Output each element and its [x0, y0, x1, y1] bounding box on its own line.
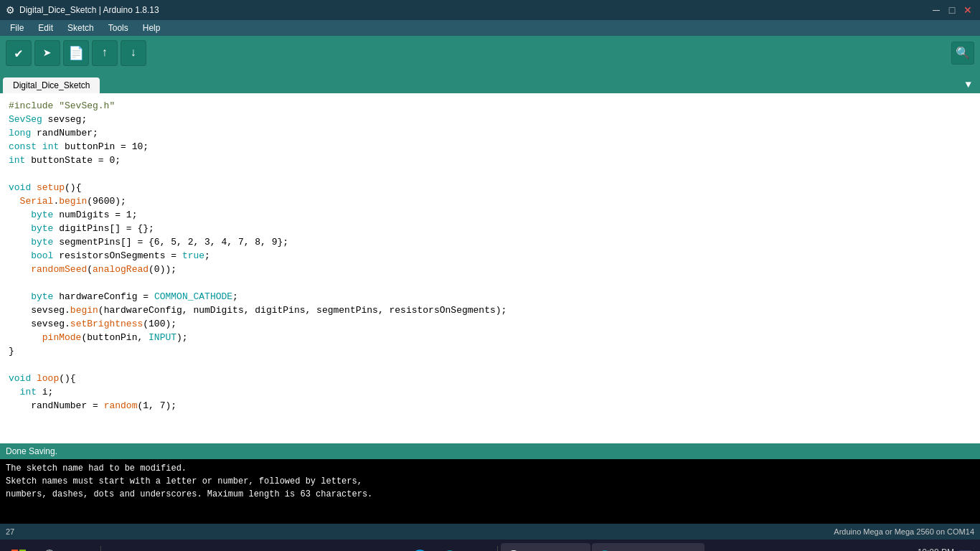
clock-time: 10:08 PM: [918, 547, 954, 551]
taskbar-right: ∧ ⌨ 📶 🔊 10:08 PM 5/23/2021 31: [862, 547, 977, 551]
taskbar-word2-icon[interactable]: W: [315, 541, 344, 551]
code-line-1: #include "SevSeg.h": [9, 99, 971, 113]
save-button[interactable]: ↓: [121, 40, 146, 66]
menu-file[interactable]: File: [3, 22, 31, 34]
taskbar-explorer-icon[interactable]: [104, 541, 133, 551]
code-editor[interactable]: #include "SevSeg.h" SevSeg sevseg; long …: [0, 93, 980, 443]
taskbar-divider-2: [497, 546, 498, 551]
code-line-15: byte hardwareConfig = COMMON_CATHODE;: [9, 290, 971, 303]
info-bar: 27 Arduino Mega or Mega 2560 on COM14: [0, 524, 980, 540]
code-line-16: sevseg.begin(hardwareConfig, numDigits, …: [9, 303, 971, 317]
status-bar: Done Saving.: [0, 443, 980, 459]
code-line-13: randomSeed(analogRead(0));: [9, 263, 971, 276]
taskbar-excel-icon[interactable]: X: [255, 541, 283, 551]
menu-sketch[interactable]: Sketch: [60, 22, 101, 34]
open-button[interactable]: ↑: [92, 40, 118, 66]
code-line-6: [9, 167, 971, 181]
title-controls: ─ □ ✕: [930, 4, 974, 17]
console-area[interactable]: The sketch name had to be modified. Sket…: [0, 459, 980, 524]
taskbar-chrome-app[interactable]: Google Chrome: [501, 543, 590, 551]
tab-bar: Digital_Dice_Sketch ▼: [0, 70, 980, 93]
taskbar-mail-icon[interactable]: ✉: [134, 541, 163, 551]
code-line-17: sevseg.setBrightness(100);: [9, 317, 971, 331]
taskbar-search-button[interactable]: 🔍: [36, 541, 67, 551]
taskbar-divider-1: [100, 546, 101, 551]
code-line-8: Serial.begin(9600);: [9, 194, 971, 208]
menu-tools[interactable]: Tools: [101, 22, 136, 34]
taskbar-network-icon[interactable]: 🌐: [405, 541, 434, 551]
search-button[interactable]: 🔍: [951, 42, 974, 65]
taskbar-arduino-taskbar-icon[interactable]: Ar: [435, 541, 464, 551]
menu-edit[interactable]: Edit: [31, 22, 60, 34]
taskview-button[interactable]: ⧉: [69, 541, 98, 551]
taskbar-clock[interactable]: 10:08 PM 5/23/2021: [918, 547, 954, 551]
code-line-3: long randNumber;: [9, 126, 971, 140]
code-line-9: byte numDigits = 1;: [9, 208, 971, 222]
taskbar-arduino-app[interactable]: Ar Digital_Dice_Sketch...: [592, 543, 705, 551]
verify-button[interactable]: ✔: [6, 40, 32, 66]
code-line-14: [9, 276, 971, 290]
tab-label: Digital_Dice_Sketch: [13, 80, 90, 90]
console-line-2: Sketch names must start with a letter or…: [6, 475, 974, 488]
maximize-button[interactable]: □: [946, 4, 958, 17]
code-line-23: randNumber = random(1, 7);: [9, 399, 971, 413]
taskbar-record-icon[interactable]: ⏺: [466, 541, 494, 551]
taskbar-word-icon[interactable]: W: [225, 541, 253, 551]
upload-button[interactable]: ➤: [34, 40, 60, 66]
taskbar: 🔍 ⧉ ✉ T W X: [0, 540, 980, 551]
taskbar-ppt2-icon[interactable]: P: [345, 541, 374, 551]
taskbar-teams-icon[interactable]: T: [194, 541, 223, 551]
code-line-10: byte digitPins[] = {};: [9, 222, 971, 235]
code-line-21: void loop(){: [9, 372, 971, 385]
window-title: Digital_Dice_Sketch | Arduino 1.8.13: [19, 5, 159, 15]
menu-help[interactable]: Help: [136, 22, 168, 34]
taskbar-store-icon[interactable]: [164, 541, 193, 551]
console-line-1: The sketch name had to be modified.: [6, 462, 974, 475]
start-button[interactable]: [3, 541, 34, 551]
line-number: 27: [6, 527, 14, 536]
title-bar: ⚙ Digital_Dice_Sketch | Arduino 1.8.13 ─…: [0, 0, 980, 20]
code-line-19: }: [9, 344, 971, 358]
app-icon: ⚙: [6, 4, 15, 16]
code-line-2: SevSeg sevseg;: [9, 113, 971, 126]
console-line-3: numbers, dashes, dots and underscores. M…: [6, 488, 974, 501]
code-line-11: byte segmentPins[] = {6, 5, 2, 3, 4, 7, …: [9, 235, 971, 249]
tab-digital-dice-sketch[interactable]: Digital_Dice_Sketch: [3, 77, 100, 93]
new-button[interactable]: 📄: [63, 40, 89, 66]
taskbar-powerpoint-icon[interactable]: P: [285, 541, 314, 551]
code-line-20: [9, 358, 971, 372]
toolbar: ✔ ➤ 📄 ↑ ↓ 🔍: [0, 36, 980, 70]
code-line-4: const int buttonPin = 10;: [9, 140, 971, 154]
tab-dropdown-button[interactable]: ▼: [960, 76, 977, 93]
code-line-22: int i;: [9, 385, 971, 399]
close-button[interactable]: ✕: [961, 4, 974, 17]
taskbar-onenote-icon[interactable]: ON: [375, 541, 404, 551]
code-line-18: pinMode(buttonPin, INPUT);: [9, 331, 971, 344]
code-line-5: int buttonState = 0;: [9, 154, 971, 167]
title-left: ⚙ Digital_Dice_Sketch | Arduino 1.8.13: [6, 4, 159, 16]
code-line-7: void setup(){: [9, 181, 971, 194]
board-info: Arduino Mega or Mega 2560 on COM14: [834, 527, 974, 536]
status-message: Done Saving.: [6, 446, 57, 456]
code-line-12: bool resistorsOnSegments = true;: [9, 249, 971, 263]
menu-bar: File Edit Sketch Tools Help: [0, 20, 980, 36]
minimize-button[interactable]: ─: [930, 4, 943, 17]
